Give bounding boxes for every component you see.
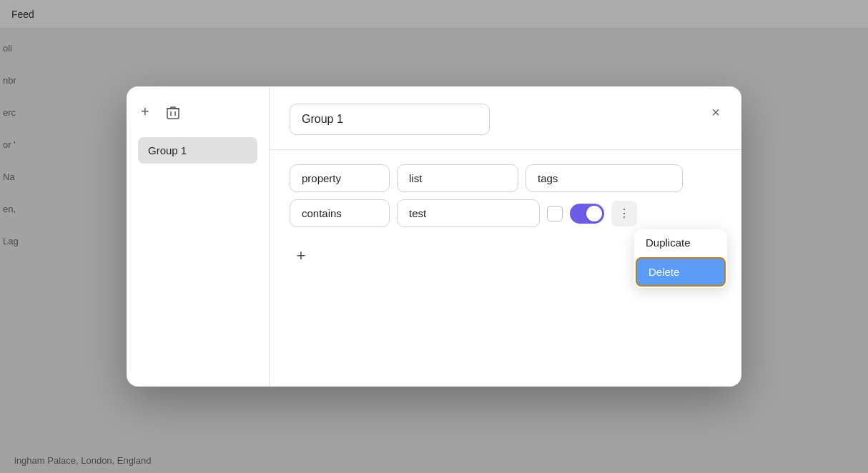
filter-value-tag[interactable]: test: [397, 199, 540, 227]
filter-list-tag[interactable]: list: [397, 164, 518, 192]
more-options-button[interactable]: ⋮: [611, 201, 637, 226]
context-menu: Duplicate Delete: [634, 229, 727, 288]
add-group-button[interactable]: +: [138, 101, 152, 123]
filter-row-1: property list tags: [290, 164, 721, 192]
left-toolbar: +: [138, 101, 257, 123]
divider: [270, 149, 741, 150]
context-menu-duplicate[interactable]: Duplicate: [634, 229, 727, 256]
filter-property-tag[interactable]: property: [290, 164, 390, 192]
svg-rect-0: [167, 109, 179, 119]
delete-group-button[interactable]: [164, 102, 182, 122]
modal-overlay: × + Group 1: [0, 0, 868, 473]
group-item-1[interactable]: Group 1: [138, 137, 257, 164]
group-name-input[interactable]: [290, 104, 490, 135]
close-button[interactable]: ×: [704, 101, 727, 124]
add-row-button[interactable]: +: [290, 244, 312, 267]
toggle-container: [547, 204, 604, 224]
ellipsis-icon: ⋮: [618, 206, 631, 220]
modal-right-panel: property list tags contains test ⋮: [270, 86, 741, 387]
filter-row-2: contains test ⋮: [290, 199, 721, 227]
trash-icon: [167, 105, 179, 119]
filter-section: property list tags contains test ⋮: [290, 164, 721, 227]
filter-toggle[interactable]: [570, 204, 604, 224]
modal: × + Group 1: [127, 86, 741, 387]
filter-contains-tag[interactable]: contains: [290, 199, 390, 227]
filter-checkbox[interactable]: [547, 206, 563, 221]
filter-tags-tag[interactable]: tags: [526, 164, 683, 192]
modal-left-panel: + Group 1: [127, 86, 270, 387]
context-menu-delete[interactable]: Delete: [636, 257, 726, 287]
